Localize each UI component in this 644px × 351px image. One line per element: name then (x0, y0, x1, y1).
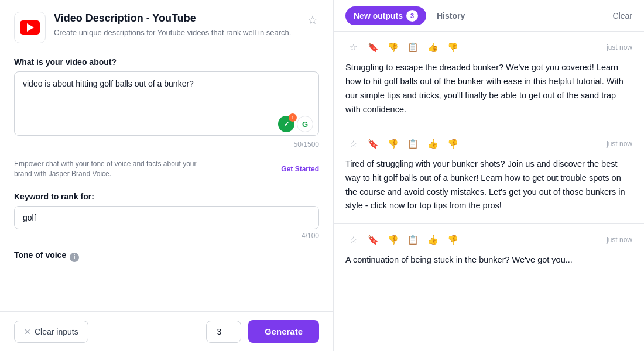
keyword-char-count: 4/100 (14, 232, 319, 240)
right-panel: New outputs 3 History Clear ☆ 🔖 👎 📋 👍 👎 … (334, 0, 644, 351)
left-content: Video Description - YouTube Create uniqu… (0, 0, 333, 311)
star-action-icon-2[interactable]: ☆ (345, 136, 361, 152)
output-actions-3: ☆ 🔖 👎 📋 👍 👎 just now (345, 232, 632, 247)
app-icon (14, 12, 46, 43)
bottom-bar: ✕ Clear inputs Generate (0, 311, 333, 351)
video-about-char-count: 50/1500 (14, 140, 319, 149)
brand-voice-text: Empower chat with your tone of voice and… (14, 159, 201, 179)
output-timestamp-3: just now (607, 236, 632, 244)
app-title: Video Description - YouTube (54, 12, 298, 25)
textarea-wrapper: video is about hitting golf balls out of… (14, 71, 319, 138)
grammarly-check-icon: ✓ 1 (278, 116, 294, 132)
thumbs-up-icon-2[interactable]: 👍 (425, 136, 440, 152)
copy-icon[interactable]: 📋 (405, 40, 420, 55)
bookmark-icon-3[interactable]: 🔖 (365, 232, 381, 247)
favorite-button[interactable]: ☆ (306, 12, 319, 28)
output-item-1: ☆ 🔖 👎 📋 👍 👎 just now Struggling to escap… (334, 32, 644, 128)
tone-label-row: Tone of voice i (14, 250, 319, 264)
tone-section: Tone of voice i (14, 250, 319, 264)
tab-new-outputs-label: New outputs (354, 11, 403, 20)
info-icon: i (70, 253, 79, 262)
copy-icon-2[interactable]: 📋 (405, 136, 420, 152)
dislike-icon-3[interactable]: 👎 (445, 232, 460, 247)
video-about-section: What is your video about? video is about… (14, 57, 319, 149)
tab-new-outputs-badge: 3 (406, 10, 418, 22)
copy-icon-3[interactable]: 📋 (405, 232, 420, 247)
bookmark-icon[interactable]: 🔖 (365, 40, 381, 55)
app-description: Create unique descriptions for Youtube v… (54, 27, 298, 38)
output-actions-1: ☆ 🔖 👎 📋 👍 👎 just now (345, 40, 632, 55)
output-actions-2: ☆ 🔖 👎 📋 👍 👎 just now (345, 136, 632, 152)
video-about-label: What is your video about? (14, 57, 319, 67)
output-item-3: ☆ 🔖 👎 📋 👍 👎 just now A continuation of b… (334, 224, 644, 278)
grammarly-g-icon: G (297, 116, 313, 132)
clear-inputs-label: Clear inputs (35, 327, 78, 336)
keyword-label: Keyword to rank for: (14, 192, 319, 201)
thumbs-down-icon-2[interactable]: 👎 (385, 136, 400, 152)
output-timestamp-2: just now (607, 140, 632, 148)
thumbs-up-icon[interactable]: 👍 (425, 40, 440, 55)
output-item-2: ☆ 🔖 👎 📋 👍 👎 just now Tired of struggling… (334, 128, 644, 225)
tab-history[interactable]: History (429, 8, 473, 24)
thumbs-down-icon-3[interactable]: 👎 (385, 232, 400, 247)
left-panel: Video Description - YouTube Create uniqu… (0, 0, 334, 351)
output-count-input[interactable] (206, 321, 241, 343)
app-info: Video Description - YouTube Create uniqu… (54, 12, 298, 39)
dislike-icon-2[interactable]: 👎 (445, 136, 460, 152)
youtube-play-icon (27, 23, 34, 32)
output-text-1: Struggling to escape the dreaded bunker?… (345, 61, 632, 117)
clear-inputs-button[interactable]: ✕ Clear inputs (14, 321, 88, 343)
outputs-list: ☆ 🔖 👎 📋 👍 👎 just now Struggling to escap… (334, 32, 644, 351)
video-about-textarea[interactable]: video is about hitting golf balls out of… (14, 71, 319, 136)
clear-outputs-button[interactable]: Clear (613, 11, 632, 20)
output-timestamp-1: just now (607, 43, 632, 51)
output-text-2: Tired of struggling with your bunker sho… (345, 157, 632, 214)
youtube-icon (20, 20, 40, 35)
thumbs-down-icon[interactable]: 👎 (385, 40, 400, 55)
brand-voice-row: Empower chat with your tone of voice and… (14, 159, 319, 179)
right-header: New outputs 3 History Clear (334, 0, 644, 32)
star-action-icon[interactable]: ☆ (345, 40, 361, 55)
output-text-3: A continuation of being stuck in the bun… (345, 253, 632, 267)
get-started-link[interactable]: Get Started (281, 165, 319, 173)
generate-button[interactable]: Generate (248, 320, 319, 343)
grammarly-badge: 1 (289, 113, 297, 122)
keyword-input[interactable] (14, 206, 319, 229)
bookmark-icon-2[interactable]: 🔖 (365, 136, 381, 152)
clear-x-icon: ✕ (24, 327, 31, 336)
keyword-section: Keyword to rank for: 4/100 (14, 192, 319, 240)
tone-label: Tone of voice (14, 250, 66, 260)
dislike-icon[interactable]: 👎 (445, 40, 460, 55)
textarea-icon-group: ✓ 1 G (278, 116, 313, 132)
tab-new-outputs[interactable]: New outputs 3 (345, 6, 426, 25)
thumbs-up-icon-3[interactable]: 👍 (425, 232, 440, 247)
app-header: Video Description - YouTube Create uniqu… (14, 12, 319, 43)
star-action-icon-3[interactable]: ☆ (345, 232, 361, 247)
